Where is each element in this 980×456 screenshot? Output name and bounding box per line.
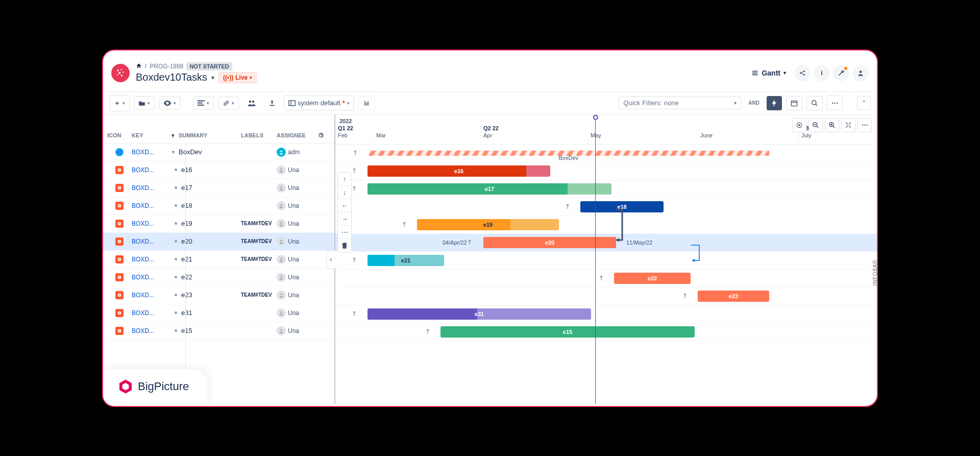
view-mode-button[interactable]: Gantt ▾ (746, 66, 791, 80)
gantt-row[interactable]: ⤒e16 (335, 162, 877, 180)
issue-assignee[interactable]: Una (277, 165, 317, 175)
info-icon[interactable]: i (814, 65, 830, 81)
issue-summary[interactable]: e22 (175, 273, 241, 281)
gantt-bar[interactable]: e20 (483, 237, 616, 248)
delete-button[interactable] (338, 239, 351, 252)
flash-button[interactable] (767, 96, 782, 110)
infobar-tab[interactable]: INFOBAR (872, 259, 878, 285)
issue-assignee[interactable]: Una (277, 308, 317, 318)
gantt-row[interactable]: ⤒e31 (335, 305, 877, 323)
col-icon[interactable]: ICON (107, 132, 132, 140)
gantt-row[interactable]: ⤒e19 (335, 216, 877, 234)
center-today-button[interactable] (792, 118, 806, 132)
issue-assignee[interactable]: adm (277, 148, 317, 157)
issue-key[interactable]: BOXD... (132, 166, 162, 174)
issue-summary[interactable]: e31 (175, 309, 241, 317)
issue-summary[interactable]: e21 (175, 255, 241, 263)
wrench-icon[interactable] (833, 65, 849, 81)
add-button[interactable]: ＋▾ (109, 95, 130, 111)
indent-button[interactable]: → (338, 212, 351, 226)
issue-summary[interactable]: e17 (175, 184, 241, 191)
issue-summary[interactable]: e19 (175, 220, 241, 227)
gantt-bar[interactable]: e21 (368, 255, 444, 266)
gantt-bar[interactable]: e16 (368, 165, 550, 177)
gantt-row[interactable]: ⤒e15 (335, 323, 877, 341)
gantt-row[interactable]: ⤒e17 (335, 180, 877, 198)
table-row[interactable]: BOXD...e19TEAM#TDEVUna (103, 215, 334, 233)
team-button[interactable] (243, 97, 260, 110)
more-button[interactable]: ⋯ (827, 95, 843, 110)
issue-key[interactable]: BOXD... (132, 274, 162, 281)
sort-caret-icon[interactable]: ▾ (162, 132, 175, 140)
issue-assignee[interactable]: Una (277, 255, 317, 264)
collapse-up-button[interactable]: ⌃ (857, 96, 871, 110)
title-caret-icon[interactable]: ▾ (211, 74, 214, 81)
layout-select[interactable]: system default * ▾ (284, 95, 354, 110)
table-row[interactable]: BOXD...e22Una (103, 269, 334, 286)
zoom-in-button[interactable] (825, 118, 839, 132)
gantt-row[interactable]: ⤒e21 (335, 252, 877, 270)
table-row[interactable]: BOXD...e31Una (103, 304, 334, 322)
save-button[interactable] (358, 96, 375, 110)
table-row[interactable]: BOXD...e20TEAM#TDEVUna (103, 233, 334, 251)
export-button[interactable] (264, 97, 280, 110)
issue-key[interactable]: BOXD... (132, 184, 162, 191)
align-button[interactable]: ▾ (193, 97, 214, 110)
issue-key[interactable]: BOXD... (132, 309, 162, 317)
gantt-row[interactable]: BoxDev⤒ (335, 145, 877, 162)
gantt-row[interactable]: ⤒e23 (335, 287, 877, 305)
quick-filters-select[interactable]: Quick Filters: none ▾ (619, 97, 741, 109)
col-summary[interactable]: SUMMARY (175, 132, 241, 140)
issue-summary[interactable]: e20 (175, 237, 241, 245)
issue-key[interactable]: BOXD... (132, 220, 162, 227)
table-row[interactable]: BOXD...e21TEAM#TDEVUna (103, 251, 334, 269)
table-row[interactable]: BOXD...e16Una (103, 161, 334, 179)
issue-assignee[interactable]: Una (277, 219, 317, 228)
issue-key[interactable]: BOXD... (132, 202, 162, 209)
gantt-row[interactable]: ⤒04/Apr/22e2011/May/22 (335, 234, 877, 252)
folder-button[interactable]: ▾ (134, 97, 155, 110)
col-assignee[interactable]: ASSIGNEE (277, 132, 317, 140)
issue-summary[interactable]: BoxDev (175, 148, 241, 156)
gantt-bar[interactable]: e18 (580, 201, 664, 212)
fit-button[interactable] (841, 118, 855, 132)
gantt-bar[interactable]: e19 (417, 219, 559, 230)
collapse-panel-button[interactable]: ‹ (326, 250, 335, 269)
page-title[interactable]: Boxdev10Tasks (136, 71, 207, 83)
issue-summary[interactable]: e18 (175, 202, 241, 209)
user-icon[interactable] (852, 65, 869, 81)
calendar-button[interactable] (786, 96, 802, 110)
gantt-row[interactable]: ⤒e22 (335, 270, 877, 287)
issue-summary[interactable]: e23 (175, 291, 241, 299)
table-row[interactable]: BOXD...e17Una (103, 179, 334, 197)
timeline-more-button[interactable]: ⋯ (857, 118, 872, 132)
issue-assignee[interactable]: Una (277, 183, 317, 193)
issue-key[interactable]: BOXD... (132, 238, 162, 245)
issue-key[interactable]: BOXD... (132, 292, 162, 299)
breadcrumb-project[interactable]: PROG-1998 (150, 63, 183, 70)
live-badge[interactable]: ((•)) Live ▾ (218, 72, 257, 83)
issue-key[interactable]: BOXD... (132, 256, 162, 263)
home-icon[interactable] (136, 63, 142, 70)
gantt-bar[interactable]: e15 (440, 326, 695, 338)
outdent-button[interactable]: ← (338, 199, 351, 212)
issue-assignee[interactable]: Una (277, 291, 317, 300)
col-labels[interactable]: LABELS (241, 132, 277, 140)
search-button[interactable] (806, 96, 823, 110)
gantt-bar[interactable]: e22 (614, 273, 691, 284)
table-row[interactable]: BOXD...▾BoxDevadm (103, 143, 334, 161)
table-row[interactable]: BOXD...e23TEAM#TDEVUna (103, 286, 334, 304)
move-down-button[interactable]: ↓ (338, 186, 351, 199)
gantt-row[interactable]: ⤒e18 (335, 198, 877, 216)
table-row[interactable]: BOXD...e18Una (103, 197, 334, 215)
visibility-button[interactable]: ▾ (159, 97, 181, 110)
row-more-button[interactable]: ⋯ (338, 226, 351, 239)
share-icon[interactable] (794, 65, 811, 81)
gantt-bar[interactable]: e31 (368, 308, 591, 320)
zoom-out-button[interactable] (808, 118, 823, 132)
issue-key[interactable]: BOXD... (132, 327, 162, 334)
link-button[interactable]: ▾ (218, 97, 239, 110)
issue-summary[interactable]: e16 (175, 166, 241, 174)
col-key[interactable]: KEY (132, 132, 162, 140)
gantt-bar[interactable]: e17 (368, 183, 611, 195)
